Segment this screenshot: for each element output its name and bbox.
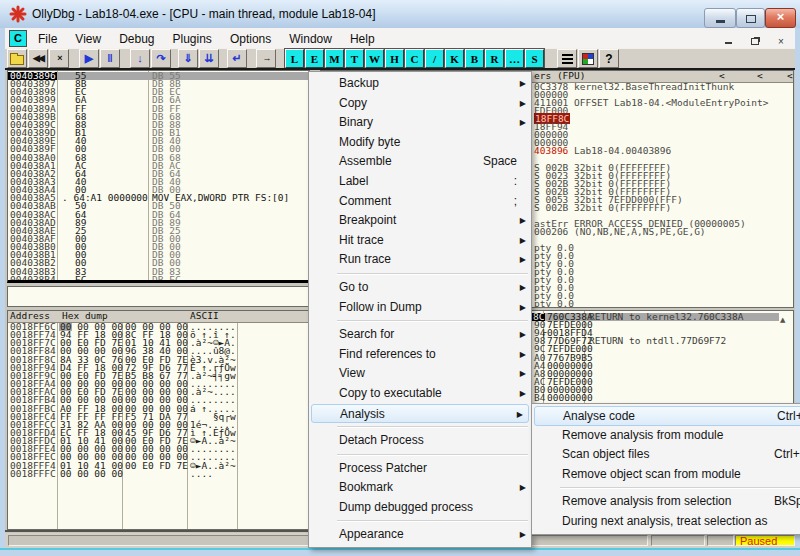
toolbar-w-button[interactable]: W	[365, 49, 384, 68]
register-line[interactable]: S 002B 32bit 0(FFFFFFFF)	[534, 204, 671, 212]
menu-item-find-references-to[interactable]: Find references to▶	[309, 345, 531, 365]
dump-header-address[interactable]: Address	[10, 312, 50, 320]
chevron-left-icon[interactable]: <	[719, 72, 725, 80]
cpu-window-system-icon[interactable]: C	[9, 30, 27, 47]
menu-item-copy-to-executable[interactable]: Copy to executable▶	[309, 384, 531, 404]
menu-plugins[interactable]: Plugins	[164, 29, 221, 49]
menu-item-process-patcher[interactable]: Process Patcher	[309, 459, 531, 479]
mdi-minimize-icon	[725, 42, 732, 44]
close-button[interactable]: ×	[765, 8, 796, 28]
menu-file[interactable]: File	[29, 29, 66, 49]
chevron-left-icon[interactable]: <	[757, 72, 763, 80]
step-over-button[interactable]: ↷	[151, 49, 171, 68]
registers-header-label: ers (FPU)	[534, 72, 585, 80]
menu-item-analysis[interactable]: Analysis▶	[311, 404, 529, 424]
menu-item-remove-analysis-from-module[interactable]: Remove analysis from module	[532, 426, 800, 446]
chevron-left-icon[interactable]: <	[787, 72, 793, 80]
menu-item-comment[interactable]: Comment;	[309, 192, 531, 212]
menu-item-view[interactable]: View▶	[309, 364, 531, 384]
menu-item-run-trace[interactable]: Run trace▶	[309, 250, 531, 270]
execute-till-return-button[interactable]: ↵	[227, 49, 247, 68]
pause-button[interactable]: ‖	[100, 49, 120, 68]
execute-till-return-icon: ↵	[232, 53, 241, 64]
analysis-submenu: Analyse codeCtrl+ARemove analysis from m…	[531, 403, 800, 535]
menu-item-go-to[interactable]: Go to▶	[309, 278, 531, 298]
register-line[interactable]: 411001 OFFSET Lab18-04.<ModuleEntryPoint…	[534, 99, 769, 107]
toolbar-b-button[interactable]: B	[465, 49, 484, 68]
menu-item-hit-trace[interactable]: Hit trace▶	[309, 231, 531, 251]
submenu-arrow-icon: ▶	[520, 231, 526, 251]
scroll-up-icon[interactable]: ▲	[780, 316, 785, 324]
status-section	[651, 535, 705, 546]
register-line[interactable]: 403896 Lab18-04.00403896	[534, 147, 671, 155]
menu-item-backup[interactable]: Backup▶	[309, 74, 531, 94]
menu-item-label: Go to	[339, 278, 368, 298]
disasm-row[interactable]: 004038B4ECDB EC	[8, 276, 309, 283]
help-contents-button[interactable]: ?	[599, 49, 619, 68]
dump-header-ascii[interactable]: ASCII	[190, 312, 219, 320]
menu-item-copy[interactable]: Copy▶	[309, 94, 531, 114]
menu-item-search-for[interactable]: Search for▶	[309, 325, 531, 345]
toolbar-c-button[interactable]: C	[405, 49, 424, 68]
menu-item-remove-analysis-from-selection[interactable]: Remove analysis from selectionBkSpc	[532, 492, 800, 512]
toolbar-slash-button[interactable]: /	[425, 49, 444, 68]
menu-item-remove-object-scan-from-module[interactable]: Remove object scan from module	[532, 465, 800, 485]
toolbar-r-button[interactable]: R	[485, 49, 504, 68]
windows-list-button[interactable]	[557, 49, 577, 68]
step-into-button[interactable]: ↓	[130, 49, 150, 68]
menu-options[interactable]: Options	[221, 29, 280, 49]
animate-over-button[interactable]: ⇊	[199, 49, 219, 68]
menu-debug[interactable]: Debug	[110, 29, 163, 49]
menu-item-appearance[interactable]: Appearance▶	[309, 525, 531, 545]
go-to-address-button[interactable]: →	[256, 49, 276, 68]
menu-item-bookmark[interactable]: Bookmark▶	[309, 478, 531, 498]
toolbar-s-button[interactable]: S	[525, 49, 544, 68]
menu-item-analyse-code[interactable]: Analyse codeCtrl+A	[534, 406, 800, 426]
submenu-arrow-icon: ▶	[520, 345, 526, 365]
animate-into-button[interactable]: ⇓	[178, 49, 198, 68]
menu-item-scan-object-files[interactable]: Scan object filesCtrl+O	[532, 445, 800, 465]
menu-item-detach-process[interactable]: Detach Process	[309, 431, 531, 451]
menu-item-label: Assemble	[339, 152, 392, 172]
menu-view[interactable]: View	[66, 29, 110, 49]
menu-item-label: Dump debugged process	[339, 498, 473, 518]
run-button[interactable]: ▶	[79, 49, 99, 68]
toolbar-dots-button[interactable]: …	[505, 49, 524, 68]
menu-item-label[interactable]: Label:	[309, 172, 531, 192]
menu-item-dump-debugged-process[interactable]: Dump debugged process	[309, 498, 531, 518]
menu-item-assemble[interactable]: AssembleSpace	[309, 152, 531, 172]
color-setup-button[interactable]	[578, 49, 598, 68]
toolbar-t-button[interactable]: T	[345, 49, 364, 68]
toolbar-m-button[interactable]: M	[325, 49, 344, 68]
ollydbg-window: OllyDbg - Lab18-04.exe - [CPU - main thr…	[0, 0, 800, 556]
dump-hex: 00 E0 FD 7E	[125, 462, 188, 470]
menu-help[interactable]: Help	[341, 29, 384, 49]
dump-pane[interactable]: Address Hex dump ASCII 0018FF6C00 00 00 …	[7, 310, 310, 530]
mdi-window-buttons: ×	[714, 31, 789, 49]
info-pane[interactable]	[7, 286, 310, 307]
submenu-arrow-icon: ▶	[520, 250, 526, 270]
disassembly-pane[interactable]: 0040389655DB 55004038978BDB 8B00403898EC…	[7, 70, 310, 283]
open-file-button[interactable]	[7, 49, 27, 68]
menu-item-label: Bookmark	[339, 478, 393, 498]
menu-item-follow-in-dump[interactable]: Follow in Dump▶	[309, 298, 531, 318]
menu-item-modify-byte[interactable]: Modify byte	[309, 133, 531, 153]
menu-item-breakpoint[interactable]: Breakpoint▶	[309, 211, 531, 231]
menu-item-label: Remove analysis from module	[562, 426, 723, 446]
register-line[interactable]: pty 0.0	[534, 300, 574, 308]
register-line[interactable]: 000206 (NO,NB,NE,A,NS,PE,GE,G)	[534, 228, 706, 236]
toolbar-l-button[interactable]: L	[285, 49, 304, 68]
menu-item-during-next-analysis-treat-selection-as[interactable]: During next analysis, treat selection as	[532, 512, 800, 532]
menu-item-binary[interactable]: Binary▶	[309, 113, 531, 133]
toolbar-k-button[interactable]: K	[445, 49, 464, 68]
menu-window[interactable]: Window	[280, 29, 341, 49]
dump-header-hex[interactable]: Hex dump	[62, 312, 108, 320]
toolbar-h-button[interactable]: H	[385, 49, 404, 68]
maximize-button[interactable]	[736, 8, 765, 28]
dump-row[interactable]: 0018FFFC00 00 00 00....	[8, 470, 309, 478]
minimize-button[interactable]	[704, 8, 736, 28]
toolbar-e-button[interactable]: E	[305, 49, 324, 68]
menu-item-label: Remove object scan from module	[562, 465, 741, 485]
restart-button[interactable]: ◀◀	[28, 49, 48, 68]
close-program-button[interactable]: ×	[49, 49, 69, 68]
